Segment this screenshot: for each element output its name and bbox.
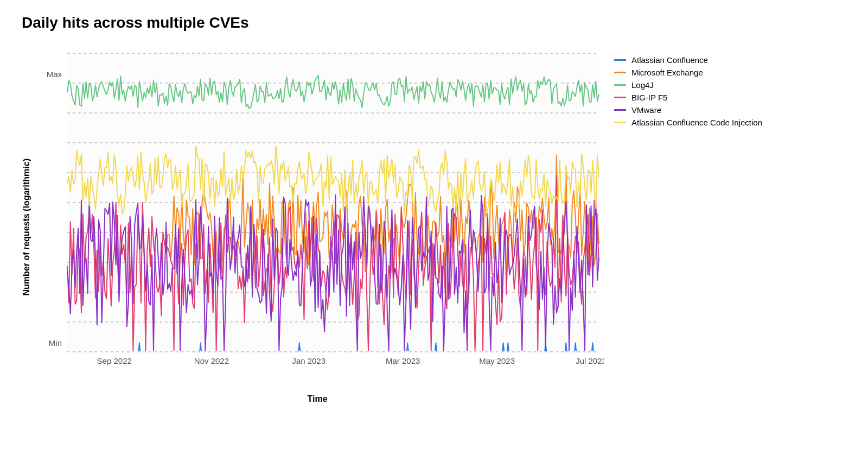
svg-text:May 2023: May 2023	[479, 356, 515, 365]
svg-text:Max: Max	[47, 70, 62, 79]
svg-text:Jan 2023: Jan 2023	[292, 356, 326, 365]
legend-swatch	[614, 84, 626, 86]
legend-label: Atlassian Confluence Code Injection	[631, 118, 762, 127]
legend-item: VMware	[614, 105, 762, 115]
chart-plot: MinMaxSep 2022Nov 2022Jan 2023Mar 2023Ma…	[35, 48, 604, 384]
legend-swatch	[614, 72, 626, 73]
legend-item: BIG-IP F5	[614, 93, 762, 102]
x-axis-label: Time	[22, 394, 613, 404]
svg-text:Sep 2022: Sep 2022	[97, 356, 132, 365]
legend-swatch	[614, 97, 626, 98]
legend-label: Atlassian Confluence	[631, 55, 708, 65]
svg-text:Nov 2022: Nov 2022	[194, 356, 229, 365]
chart-title: Daily hits across multiple CVEs	[22, 14, 846, 31]
legend-item: Atlassian Confluence Code Injection	[614, 118, 762, 127]
svg-text:Mar 2023: Mar 2023	[386, 356, 420, 365]
legend-item: Atlassian Confluence	[614, 55, 762, 65]
legend-label: VMware	[631, 105, 661, 115]
legend-item: Microsoft Exchange	[614, 68, 762, 77]
legend-swatch	[614, 122, 626, 123]
legend-swatch	[614, 109, 626, 111]
chart-legend: Atlassian ConfluenceMicrosoft ExchangeLo…	[614, 48, 762, 130]
svg-text:Min: Min	[49, 338, 62, 348]
legend-label: Log4J	[631, 80, 654, 90]
y-axis-label: Number of requests (logarithmic)	[22, 137, 31, 295]
legend-item: Log4J	[614, 80, 762, 90]
legend-label: Microsoft Exchange	[631, 68, 703, 77]
svg-text:Jul 2023: Jul 2023	[576, 356, 604, 365]
legend-label: BIG-IP F5	[631, 93, 667, 102]
legend-swatch	[614, 59, 626, 61]
